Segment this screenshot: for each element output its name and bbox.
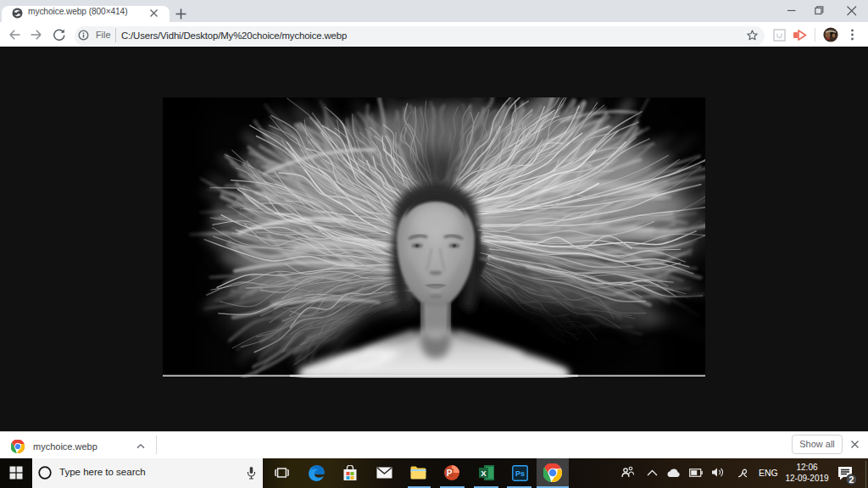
svg-text:X: X (481, 469, 487, 478)
svg-text:P: P (447, 469, 453, 478)
svg-text:2: 2 (849, 474, 854, 485)
svg-text:Ps: Ps (515, 469, 525, 478)
